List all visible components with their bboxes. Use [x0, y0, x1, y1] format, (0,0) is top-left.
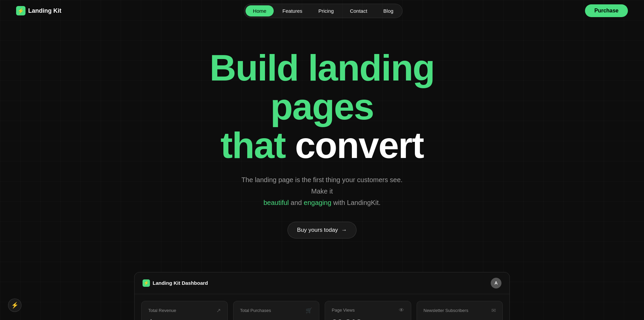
stat-card-header-subscribers: Newsletter Subscribers ✉ — [424, 307, 496, 314]
nav-blog[interactable]: Blog — [376, 5, 401, 16]
logo-icon: ⚡ — [16, 6, 25, 15]
logo: ⚡ Landing Kit — [16, 6, 61, 15]
dashboard-cards: Total Revenue ↗ $17,943 $7,943 in the la… — [135, 294, 509, 320]
stat-value-purchases: 389 — [240, 318, 313, 320]
stat-label-purchases: Total Purchases — [240, 308, 271, 313]
navbar: ⚡ Landing Kit Home Features Pricing Cont… — [0, 0, 644, 21]
stat-value-pageviews: 39,818 — [332, 317, 404, 320]
stat-label-subscribers: Newsletter Subscribers — [424, 308, 469, 313]
dashboard-preview: ⚡ Landing Kit Dashboard A Total Revenue … — [134, 272, 510, 320]
bolt-icon: ⚡ — [17, 8, 24, 14]
cta-label: Buy yours today — [297, 227, 338, 233]
trend-up-icon: ↗ — [216, 307, 221, 314]
nav-links: Home Features Pricing Contact Blog — [244, 4, 402, 18]
arrow-icon: → — [341, 227, 347, 233]
purchase-button[interactable]: Purchase — [585, 4, 628, 17]
stat-card-revenue: Total Revenue ↗ $17,943 $7,943 in the la… — [141, 301, 228, 320]
logo-text: Landing Kit — [28, 7, 61, 14]
hero-title: Build landing pages that convert — [171, 48, 473, 165]
bottom-badge[interactable]: ⚡ — [8, 299, 21, 312]
mail-icon: ✉ — [491, 307, 496, 314]
stat-value-subscribers: 10,013 — [424, 318, 496, 320]
stat-card-header-purchases: Total Purchases 🛒 — [240, 307, 313, 314]
hero-title-line1: Build landing pages — [210, 47, 435, 127]
nav-pricing[interactable]: Pricing — [311, 5, 341, 16]
nav-contact[interactable]: Contact — [342, 5, 375, 16]
hero-title-line2-green: that convert — [220, 124, 424, 166]
stat-value-revenue: $17,943 — [148, 318, 221, 320]
dashboard-header: ⚡ Landing Kit Dashboard A — [135, 272, 509, 294]
avatar: A — [491, 278, 501, 288]
dashboard-bolt-icon: ⚡ — [144, 280, 149, 285]
nav-home[interactable]: Home — [246, 5, 274, 16]
bottom-bolt-icon: ⚡ — [11, 302, 18, 309]
cta-button[interactable]: Buy yours today → — [287, 222, 357, 238]
stat-card-purchases: Total Purchases 🛒 389 218 in the last we… — [233, 301, 320, 320]
stat-card-header: Total Revenue ↗ — [148, 307, 221, 314]
dashboard-title: Landing Kit Dashboard — [153, 280, 208, 286]
cart-icon: 🛒 — [306, 307, 312, 314]
stat-label-revenue: Total Revenue — [148, 308, 176, 313]
eye-icon: 👁 — [399, 307, 404, 313]
stat-label-pageviews: Page Views — [332, 308, 355, 313]
stat-card-header-pageviews: Page Views 👁 — [332, 307, 404, 313]
hero-subtitle: The landing page is the first thing your… — [238, 174, 406, 208]
hero-section: Build landing pages that convert The lan… — [0, 21, 644, 259]
stat-card-pageviews: Page Views 👁 39,818 in the last week — [325, 301, 411, 320]
dashboard-logo-icon: ⚡ — [143, 279, 150, 287]
dashboard-logo: ⚡ Landing Kit Dashboard — [143, 279, 208, 287]
nav-features[interactable]: Features — [275, 5, 310, 16]
stat-card-subscribers: Newsletter Subscribers ✉ 10,013 in the l… — [417, 301, 503, 320]
